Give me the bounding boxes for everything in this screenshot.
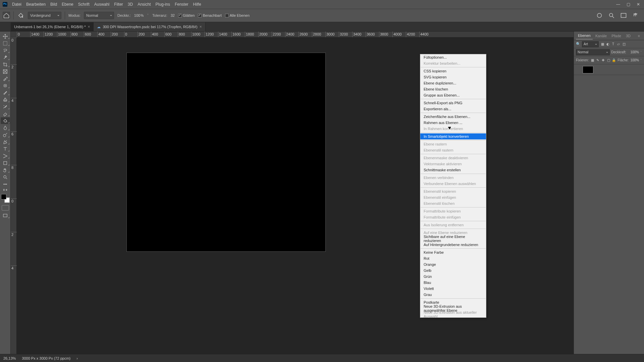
canvas[interactable] [11, 38, 574, 354]
context-menu-item[interactable]: Ebene duplizieren... [420, 80, 486, 86]
cloud-docs-icon[interactable] [596, 12, 603, 19]
minimize-button[interactable]: — [615, 2, 621, 7]
zoom-tool[interactable] [1, 174, 10, 180]
mode-dropdown[interactable]: Normal [84, 12, 114, 19]
all-layers-checkbox[interactable] [225, 14, 229, 17]
status-chevron-icon[interactable]: › [76, 356, 78, 360]
marquee-tool[interactable] [1, 40, 10, 47]
context-menu-item[interactable]: Ebene löschen [420, 86, 486, 92]
context-menu-item[interactable]: Rahmen aus Ebenen ... [420, 120, 486, 126]
shape-tool[interactable] [1, 160, 10, 166]
artboard[interactable] [126, 53, 326, 252]
screenmode-button[interactable] [1, 212, 10, 219]
blend-mode-dropdown[interactable]: Normal [576, 49, 610, 55]
eraser-tool[interactable] [1, 110, 10, 117]
more-tools[interactable] [1, 181, 10, 187]
menu-item[interactable]: 3D [128, 2, 133, 7]
tab-channels[interactable]: Kanäle [593, 33, 609, 39]
context-menu-item[interactable]: Violett [420, 286, 486, 292]
bucket-tool-icon[interactable] [17, 12, 24, 19]
menu-item[interactable]: Datei [12, 2, 21, 7]
filter-shape-icon[interactable]: ▱ [616, 42, 621, 47]
tab-paths[interactable]: Pfade [609, 33, 623, 39]
context-menu-item[interactable]: In Smartobjekt konvertieren [420, 133, 486, 139]
fill-source-dropdown[interactable]: Vordergrund [28, 12, 61, 19]
filter-pixel-icon[interactable]: ▦ [600, 42, 605, 47]
context-menu-item[interactable]: Gelb [420, 267, 486, 274]
color-swatches[interactable] [1, 194, 10, 203]
ruler-horizontal[interactable]: 0140012001000800600400200020040060080010… [11, 32, 574, 38]
lasso-tool[interactable] [1, 47, 10, 54]
document-tab[interactable]: Unbenannt-1 bei 26,1% (Ebene 1, RGB/8) *… [11, 22, 94, 31]
context-menu-item[interactable]: Exportieren als... [420, 106, 486, 112]
tab-close-icon[interactable]: × [200, 24, 202, 29]
doc-info[interactable]: 3000 Px x 3000 Px (72 ppcm) [22, 356, 70, 360]
context-menu-item[interactable]: Gruppe aus Ebenen... [420, 92, 486, 98]
layer-opacity-input[interactable]: 100% [628, 50, 639, 54]
pen-tool[interactable] [1, 138, 10, 145]
lock-artboard-icon[interactable]: ▢ [606, 58, 611, 63]
contiguous-checkbox[interactable] [198, 14, 202, 17]
context-menu-item[interactable]: Rot [420, 255, 486, 261]
menu-item[interactable]: Hilfe [193, 2, 201, 7]
lock-pixel-icon[interactable]: ✎ [595, 58, 600, 63]
crop-tool[interactable] [1, 61, 10, 68]
search-icon[interactable] [608, 12, 615, 19]
menu-item[interactable]: Fenster [175, 2, 189, 7]
filter-smart-icon[interactable]: ◫ [622, 42, 626, 47]
history-brush-tool[interactable] [1, 103, 10, 110]
context-menu-item[interactable]: Grün [420, 274, 486, 280]
context-menu-item[interactable]: Orange [420, 261, 486, 267]
menu-item[interactable]: Schrift [78, 2, 90, 7]
tab-3d[interactable]: 3D [624, 33, 633, 39]
document-tab[interactable]: ☁ 300 DPI Wassertropfen.psdc bei 117% (T… [94, 22, 205, 31]
context-menu-item[interactable]: Schnell-Export als PNG [420, 100, 486, 106]
layer-fill-input[interactable]: 100% [630, 58, 639, 62]
frame-tool[interactable] [1, 68, 10, 75]
context-menu-item[interactable]: Blau [420, 280, 486, 286]
tolerance-input[interactable]: 32 [171, 13, 175, 17]
context-menu-item[interactable]: Keine Farbe [420, 249, 486, 255]
menu-item[interactable]: Plug-ins [156, 2, 170, 7]
menu-item[interactable]: Ansicht [138, 2, 151, 7]
context-menu-item[interactable]: Sichtbare auf eine Ebene reduzieren [420, 236, 486, 242]
maximize-button[interactable]: ▢ [625, 2, 631, 7]
blur-tool[interactable] [1, 124, 10, 131]
heal-tool[interactable] [1, 82, 10, 89]
context-menu-item[interactable]: Grau [420, 292, 486, 298]
zoom-level[interactable]: 26,13% [3, 356, 16, 360]
menu-item[interactable]: Auswahl [94, 2, 109, 7]
dodge-tool[interactable] [1, 131, 10, 138]
context-menu-item[interactable]: Zeichenfläche aus Ebenen... [420, 114, 486, 120]
workspace-icon[interactable] [620, 12, 627, 19]
brush-tool[interactable] [1, 89, 10, 96]
close-button[interactable]: ✕ [635, 2, 641, 7]
quickmask-button[interactable] [2, 205, 9, 210]
layer-row[interactable] [574, 64, 644, 75]
lock-all-icon[interactable]: 🔒 [611, 58, 616, 63]
menu-item[interactable]: Bild [50, 2, 57, 7]
stamp-tool[interactable] [1, 96, 10, 103]
context-menu-item[interactable]: SVG kopieren [420, 74, 486, 80]
lock-pos-icon[interactable]: ✥ [601, 58, 605, 63]
eyedropper-tool[interactable] [1, 75, 10, 82]
hand-tool[interactable] [1, 167, 10, 173]
panel-menu-icon[interactable]: ≡ [636, 33, 642, 39]
wand-tool[interactable] [1, 54, 10, 61]
filter-adjust-icon[interactable]: ◐ [605, 42, 610, 47]
tab-close-icon[interactable]: × [88, 24, 90, 29]
context-menu-item[interactable]: Auf Hintergrundebene reduzieren [420, 242, 486, 248]
edit-toolbar[interactable] [1, 188, 10, 192]
filter-type-icon[interactable]: T [611, 42, 615, 47]
menu-item[interactable]: Filter [114, 2, 123, 7]
context-menu-item[interactable]: Schnittmaske erstellen [420, 167, 486, 173]
bucket-tool[interactable] [1, 117, 10, 124]
menu-item[interactable]: Bearbeiten [26, 2, 46, 7]
home-button[interactable] [3, 12, 10, 19]
tab-layers[interactable]: Ebenen [576, 32, 593, 40]
filter-type-dropdown[interactable]: Art [582, 41, 599, 47]
context-menu-item[interactable]: CSS kopieren [420, 68, 486, 74]
path-tool[interactable] [1, 153, 10, 159]
type-tool[interactable] [1, 145, 10, 152]
lock-trans-icon[interactable]: ▦ [590, 58, 595, 63]
